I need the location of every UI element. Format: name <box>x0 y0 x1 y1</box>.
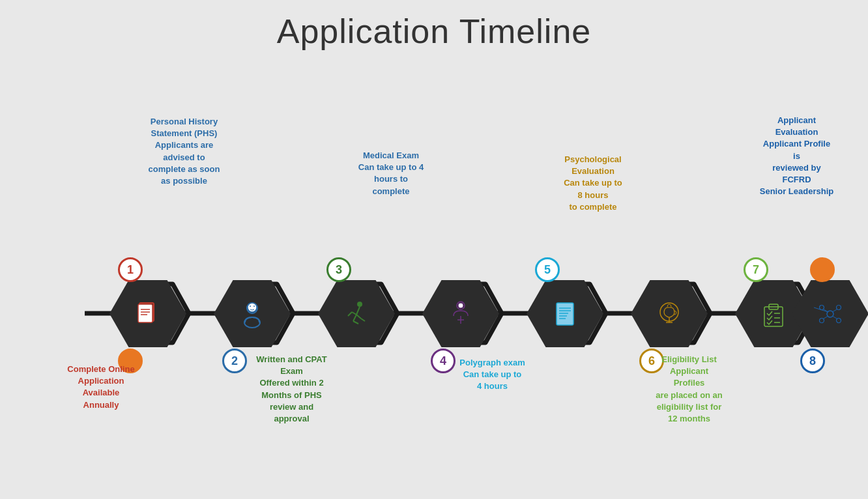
svg-line-21 <box>361 319 365 321</box>
svg-point-44 <box>837 305 841 309</box>
page-title: Application Timeline <box>0 0 868 51</box>
polygraph-icon <box>549 298 581 330</box>
step-7-label: Eligibility ListApplicantProfilesare pla… <box>626 354 753 425</box>
svg-rect-4 <box>138 304 152 322</box>
svg-line-47 <box>814 307 828 312</box>
svg-point-13 <box>253 306 255 307</box>
svg-point-14 <box>357 302 362 307</box>
doctor-icon <box>444 298 477 330</box>
step-8-number: 8 <box>800 349 825 373</box>
svg-point-43 <box>820 305 824 309</box>
timeline-container: 1 Complete OnlineApplicationAvailableAnn… <box>0 57 868 487</box>
brain-icon <box>653 298 686 330</box>
step-4-label: Medical ExamCan take up to 4hours tocomp… <box>332 150 450 197</box>
svg-line-15 <box>356 307 360 315</box>
runner-icon <box>340 298 373 330</box>
step-8-label: ApplicantEvaluationApplicant Profileisre… <box>736 115 857 197</box>
step-5-number: 5 <box>535 257 560 282</box>
svg-line-20 <box>356 315 361 319</box>
svg-line-49 <box>832 309 837 312</box>
svg-point-45 <box>820 318 824 322</box>
step-1-label: Complete OnlineApplicationAvailableAnnua… <box>52 364 150 411</box>
svg-line-51 <box>832 316 837 319</box>
step-1-hex <box>109 280 186 347</box>
svg-line-50 <box>824 316 828 319</box>
step-8-top-circle <box>810 257 835 282</box>
step-1-number: 1 <box>118 257 143 282</box>
svg-line-18 <box>353 315 356 321</box>
network-icon <box>814 298 846 330</box>
step-6-label: PsychologicalEvaluationCan take up to8 h… <box>534 154 652 213</box>
step-3-hex <box>318 280 395 347</box>
step-7-number: 7 <box>744 257 768 282</box>
step-5-label: Polygraph examCan take up to4 hours <box>435 357 549 393</box>
svg-point-12 <box>250 306 251 307</box>
clipboard-icon <box>757 298 790 330</box>
step-2-hex <box>214 280 291 347</box>
svg-point-46 <box>837 318 841 322</box>
step-5-hex <box>527 280 603 347</box>
document-icon <box>132 298 164 330</box>
svg-point-11 <box>248 303 257 312</box>
step-8-hex <box>792 280 868 347</box>
step-6-hex <box>631 280 708 347</box>
svg-line-16 <box>352 312 356 315</box>
person-icon <box>236 298 268 330</box>
svg-point-25 <box>458 303 463 308</box>
step-3-label: Written and CPATExamOffered within 2Mont… <box>231 354 352 425</box>
svg-line-19 <box>353 321 358 324</box>
svg-line-17 <box>348 312 352 316</box>
step-3-number: 3 <box>326 257 351 282</box>
step-4-hex <box>422 280 499 347</box>
step-2-label: Personal HistoryStatement (PHS)Applicant… <box>127 116 241 187</box>
svg-rect-28 <box>557 303 573 325</box>
